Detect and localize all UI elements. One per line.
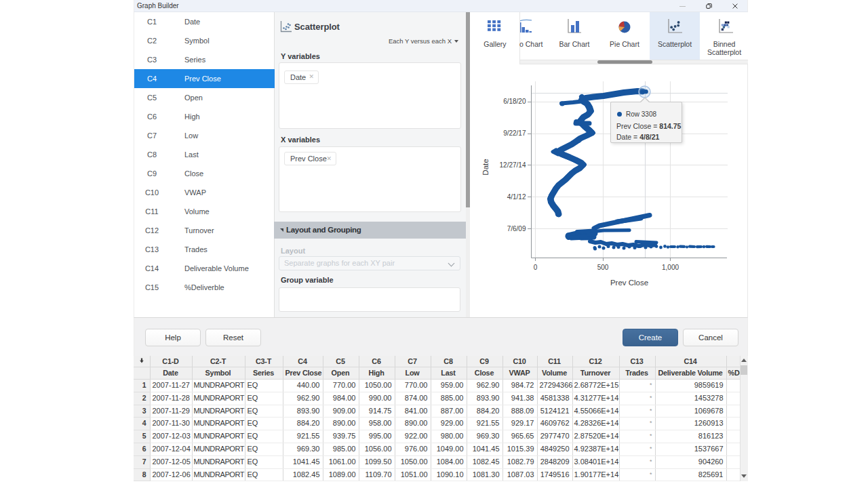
svg-text:0: 0 [534,264,538,271]
svg-text:6/18/20: 6/18/20 [503,98,526,105]
svg-text:Date: Date [481,159,490,175]
svg-text:7/6/09: 7/6/09 [507,225,526,232]
svg-text:4/1/12: 4/1/12 [507,193,526,201]
svg-text:Prev Close: Prev Close [610,279,648,287]
svg-text:500: 500 [597,264,609,271]
svg-text:9/22/17: 9/22/17 [503,129,526,137]
svg-text:1,000: 1,000 [662,264,679,271]
svg-text:12/27/14: 12/27/14 [500,161,526,169]
